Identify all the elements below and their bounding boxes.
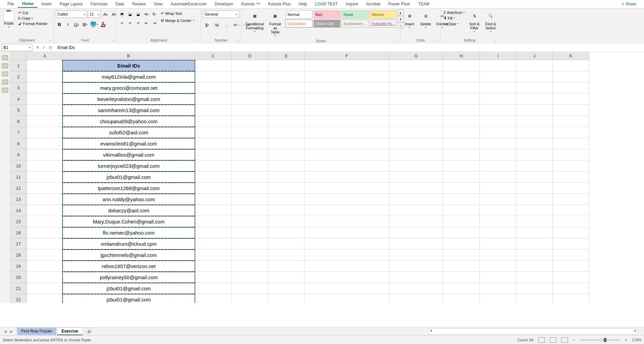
row-header-18[interactable]: 18	[10, 249, 27, 261]
cell-K2[interactable]	[553, 71, 589, 82]
cell-C10[interactable]	[195, 160, 232, 171]
cell-B20[interactable]: pollyrainey50@gmail.com	[63, 272, 195, 283]
cell-style-explanatory-[interactable]: Explanatory ...	[342, 20, 369, 28]
cell-H20[interactable]	[443, 272, 480, 283]
cell-I15[interactable]	[480, 216, 516, 227]
cell-G15[interactable]	[389, 216, 443, 227]
paste-button[interactable]: Paste▾	[2, 9, 16, 29]
cell-A5[interactable]	[27, 105, 63, 116]
cell-H3[interactable]	[443, 82, 480, 94]
increase-decimal-button[interactable]: .00→	[232, 21, 241, 29]
cell-G19[interactable]	[389, 261, 443, 272]
cell-D12[interactable]	[232, 183, 268, 194]
cell-J5[interactable]	[516, 105, 553, 116]
cell-J13[interactable]	[516, 194, 553, 205]
cell-B8[interactable]: evanscleo81@gmail.com	[63, 138, 195, 149]
cell-G4[interactable]	[389, 94, 443, 105]
cell-B19[interactable]: rebos1957@verizon.net	[63, 261, 195, 272]
cell-F20[interactable]	[305, 272, 389, 283]
cell-K21[interactable]	[553, 283, 589, 294]
cell-style-normal[interactable]: Normal	[286, 10, 313, 19]
cell-F21[interactable]	[305, 283, 389, 294]
tab-home[interactable]: Home	[18, 0, 37, 8]
zoom-out-button[interactable]: −	[573, 338, 575, 342]
cell-D20[interactable]	[232, 272, 268, 283]
cell-E5[interactable]	[268, 105, 305, 116]
delete-cells-button[interactable]: ⊟Delete▾	[418, 9, 433, 30]
cell-F2[interactable]	[305, 71, 389, 82]
row-header-13[interactable]: 13	[10, 194, 27, 205]
cell-D1[interactable]	[232, 60, 268, 71]
fill-button[interactable]: ⬇Fill▾	[443, 16, 466, 21]
cell-H13[interactable]	[443, 194, 480, 205]
fx-icon[interactable]: fx	[49, 45, 52, 50]
cell-I18[interactable]	[480, 249, 516, 261]
page-break-view-button[interactable]	[561, 337, 568, 343]
cell-E17[interactable]	[268, 238, 305, 249]
cell-H10[interactable]	[443, 160, 480, 171]
cell-J17[interactable]	[516, 238, 553, 249]
cell-G17[interactable]	[389, 238, 443, 249]
cell-G8[interactable]	[389, 138, 443, 149]
conditional-formatting-button[interactable]: ▦ Conditional Formatting▾	[243, 9, 266, 34]
cell-G1[interactable]	[389, 60, 443, 71]
cell-I13[interactable]	[480, 194, 516, 205]
cell-I8[interactable]	[480, 138, 516, 149]
cell-F7[interactable]	[305, 127, 389, 138]
row-header-14[interactable]: 14	[10, 205, 27, 216]
cell-F1[interactable]	[305, 60, 389, 71]
cell-C16[interactable]	[195, 227, 232, 238]
cell-style-good[interactable]: Good	[342, 10, 369, 19]
sheet-tab-first-row-frozen[interactable]: First Row Frozen	[17, 327, 56, 335]
gutter-icon[interactable]	[2, 55, 8, 60]
align-left-button[interactable]: ≡	[118, 19, 126, 27]
cell-B3[interactable]: mary.greco@comcast.net	[63, 82, 195, 94]
cell-A18[interactable]	[27, 249, 63, 261]
cell-F4[interactable]	[305, 94, 389, 105]
align-top-button[interactable]: ⬒	[118, 10, 126, 18]
cell-E15[interactable]	[268, 216, 305, 227]
cell-style-check-cell[interactable]: Check Cell	[314, 20, 341, 28]
row-header-2[interactable]: 2	[10, 71, 27, 82]
cell-C8[interactable]	[195, 138, 232, 149]
cell-D13[interactable]	[232, 194, 268, 205]
gutter-icon[interactable]	[2, 72, 8, 76]
cell-H7[interactable]	[443, 127, 480, 138]
normal-view-button[interactable]	[538, 337, 545, 343]
cell-J1[interactable]	[516, 60, 553, 71]
cell-G21[interactable]	[389, 283, 443, 294]
share-button[interactable]: ⇪ Share	[618, 1, 639, 7]
cell-A3[interactable]	[27, 82, 63, 94]
tab-power-pivot[interactable]: Power Pivot	[384, 1, 414, 7]
formula-input[interactable]: Email IDs	[55, 45, 644, 50]
cell-E20[interactable]	[268, 272, 305, 283]
cell-K12[interactable]	[553, 183, 589, 194]
cell-G7[interactable]	[389, 127, 443, 138]
cell-D16[interactable]	[232, 227, 268, 238]
row-header-21[interactable]: 21	[10, 283, 27, 294]
cell-H9[interactable]	[443, 149, 480, 160]
cell-style-neutral[interactable]: Neutral	[370, 10, 397, 19]
cell-D3[interactable]	[232, 82, 268, 94]
cell-C12[interactable]	[195, 183, 232, 194]
cell-J20[interactable]	[516, 272, 553, 283]
font-name-select[interactable]: Calibri▾	[56, 10, 87, 18]
cell-I19[interactable]	[480, 261, 516, 272]
cell-I21[interactable]	[480, 283, 516, 294]
cell-I10[interactable]	[480, 160, 516, 171]
zoom-in-button[interactable]: +	[625, 338, 627, 342]
cell-J16[interactable]	[516, 227, 553, 238]
cell-F3[interactable]	[305, 82, 389, 94]
cell-F11[interactable]	[305, 171, 389, 183]
cell-J2[interactable]	[516, 71, 553, 82]
cell-B9[interactable]: vikimallios@gmail.com	[63, 149, 195, 160]
cell-H11[interactable]	[443, 171, 480, 183]
cell-H1[interactable]	[443, 60, 480, 71]
cell-F22[interactable]	[305, 294, 389, 303]
cell-E4[interactable]	[268, 94, 305, 105]
worksheet-grid[interactable]: ABCDEFGHIJK 1234567891011121314151617181…	[0, 52, 644, 303]
align-middle-button[interactable]: ⬓	[126, 10, 134, 18]
zoom-level[interactable]: 170%	[632, 338, 641, 342]
cell-C5[interactable]	[195, 105, 232, 116]
cell-B16[interactable]: flo.nemec@yahoo.com	[63, 227, 195, 238]
